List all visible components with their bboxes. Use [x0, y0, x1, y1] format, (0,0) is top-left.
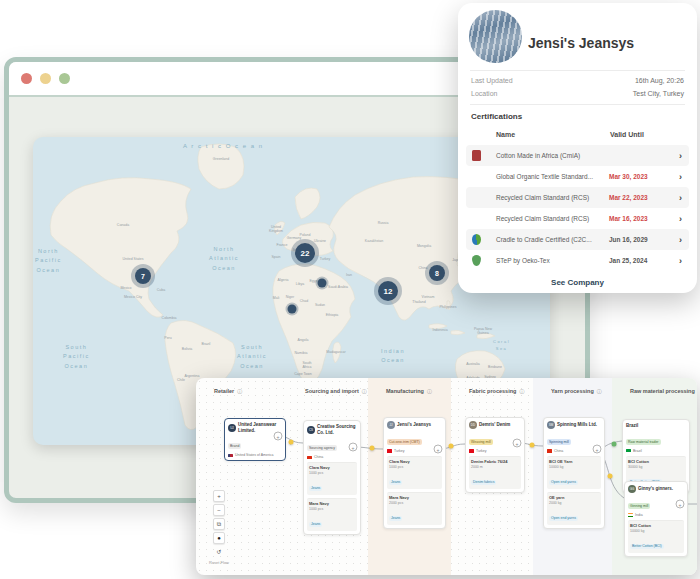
product-item[interactable]: Mara Navy 2000 pcs Jeans	[387, 492, 442, 525]
ocean-label: North Atlantic Ocean	[209, 245, 239, 273]
supplier-card[interactable]: SM Spinning Mills Ltd. Spinning mill Chi…	[543, 417, 605, 529]
supplier-role-badge: Sourcing agency	[307, 445, 337, 451]
supplier-card[interactable]: CS Creative Sourcing Co. Ltd. Sourcing a…	[303, 420, 361, 535]
product-item[interactable]: BCI OE Yarn 10000 kg Open end yarns	[547, 456, 601, 489]
product-title: BCI OE Yarn	[549, 459, 599, 464]
product-category-chip: Denim fabrics	[471, 480, 496, 485]
supplier-role-badge: Cut-sew-trim (CMT)	[387, 439, 422, 445]
country-label: Australia	[466, 362, 480, 366]
map-cluster-marker[interactable]: 22	[295, 243, 315, 263]
connection-node[interactable]: +	[513, 439, 522, 448]
certification-name: Global Organic Textile Standard...	[496, 173, 601, 180]
lock-button[interactable]: ●	[213, 532, 225, 544]
supplier-card[interactable]: GG Ginny's ginners. Ginning mill India B…	[624, 481, 688, 557]
connection-node[interactable]: +	[349, 443, 358, 452]
country-label: Iran	[346, 273, 352, 277]
certification-row[interactable]: STeP by Oeko-Tex Jan 25, 2024 ›	[466, 250, 689, 271]
country-label: Vietnam	[422, 295, 435, 299]
product-item[interactable]: Denim Fabric 76/24 2000 m Denim fabrics	[469, 456, 521, 489]
product-title: Clara Navy	[309, 465, 355, 470]
product-quantity: 10000 kg	[630, 529, 682, 533]
traffic-light-dot[interactable]	[21, 73, 32, 84]
product-item[interactable]: Clara Navy 1000 pcs Jeans	[387, 456, 442, 489]
supplier-card[interactable]: DD Demris' Denim Weaving mill Turkey Den…	[465, 417, 525, 493]
product-item[interactable]: Clara Navy 1000 pcs Jeans	[307, 462, 357, 495]
edge-status-dot[interactable]	[370, 446, 375, 451]
traffic-light-dot[interactable]	[40, 73, 51, 84]
supply-chain-flow-panel[interactable]: Retailerⓘ Sourcing and importⓘ Manufactu…	[196, 378, 697, 575]
supplier-role-badge: Spinning mill	[547, 439, 571, 445]
cert-col-name: Name	[496, 131, 515, 138]
location-value: Test City, Turkey	[633, 90, 684, 97]
connection-node[interactable]: +	[593, 445, 602, 454]
map-cluster-marker[interactable]: 8	[429, 265, 445, 281]
chevron-right-icon[interactable]: ›	[679, 193, 682, 203]
country-label: Papua New Guinea	[474, 327, 492, 335]
map-cluster-marker[interactable]: 7	[135, 268, 151, 284]
chevron-right-icon[interactable]: ›	[679, 151, 682, 161]
product-category-chip: Jeans	[309, 486, 322, 491]
product-title: BCI Cotton	[630, 523, 682, 528]
map-cluster-dot[interactable]	[288, 305, 297, 314]
certification-logo-icon	[472, 150, 481, 161]
certification-valid-until: Mar 22, 2023	[609, 194, 648, 201]
ocean-label: Coral Sea	[493, 339, 510, 353]
see-company-button[interactable]: See Company	[458, 278, 697, 287]
certification-row[interactable]: Global Organic Textile Standard... Mar 3…	[466, 166, 689, 187]
country-label: Poland	[300, 233, 311, 237]
reset-flow-button[interactable]: Reset Flow	[209, 560, 229, 565]
undo-icon[interactable]: ↺	[214, 546, 224, 556]
last-updated-value: 16th Aug, 20:26	[635, 77, 684, 84]
supplier-avatar: UJ	[228, 424, 236, 432]
product-quantity: 1000 pcs	[389, 465, 440, 469]
edge-status-dot[interactable]	[608, 474, 613, 479]
fit-view-button[interactable]: ⧉	[213, 518, 225, 530]
country-label: China	[418, 266, 427, 270]
divider	[470, 70, 685, 71]
supplier-country: United States of America	[235, 453, 274, 457]
certification-row[interactable]: Recycled Claim Standard (RCS) Mar 16, 20…	[466, 208, 689, 229]
edge-status-dot[interactable]	[289, 440, 294, 445]
product-item[interactable]: Mara Navy 1000 pcs Jeans	[307, 498, 357, 531]
country-label: Chad	[300, 299, 308, 303]
connection-node[interactable]: +	[676, 500, 685, 509]
certification-row[interactable]: Recycled Claim Standard (RCS) Mar 22, 20…	[466, 187, 689, 208]
supplier-name: Spinning Mills Ltd.	[557, 422, 597, 428]
connection-node[interactable]: +	[274, 432, 283, 441]
product-item[interactable]: OE yarn 2000 kg Open end yarns	[547, 492, 601, 525]
country-label: Peru	[164, 336, 171, 340]
product-title: Clara Navy	[389, 459, 440, 464]
ocean-label: Indian Ocean	[381, 347, 405, 366]
edge-status-dot[interactable]	[612, 442, 617, 447]
product-title: OE yarn	[549, 495, 599, 500]
chevron-right-icon[interactable]: ›	[679, 172, 682, 182]
map-cluster-marker[interactable]: 12	[378, 281, 398, 301]
country-label: Kazakhstan	[365, 239, 383, 243]
supplier-card[interactable]: JJ Jensi's Jeansys Cut-sew-trim (CMT) Tu…	[383, 417, 446, 529]
country-label: Sudan	[315, 303, 325, 307]
supplier-country: China	[554, 449, 563, 453]
chevron-right-icon[interactable]: ›	[679, 214, 682, 224]
flow-controls: + − ⧉ ● ↺ Reset Flow	[209, 490, 229, 565]
zoom-in-button[interactable]: +	[213, 490, 225, 502]
edge-status-dot[interactable]	[449, 444, 454, 449]
certification-row[interactable]: Cradle to Cradle Certified (C2C... Jun 1…	[466, 229, 689, 250]
supplier-role-badge: Brand	[228, 443, 241, 449]
product-quantity: 1000 pcs	[309, 507, 355, 511]
connection-node[interactable]: +	[434, 445, 443, 454]
edge-status-dot[interactable]	[530, 443, 535, 448]
supplier-role-badge: Raw material trader	[626, 439, 661, 445]
product-category-chip: Jeans	[309, 522, 322, 527]
traffic-light-dot[interactable]	[59, 73, 70, 84]
chevron-right-icon[interactable]: ›	[679, 256, 682, 266]
map-cluster-dot[interactable]	[318, 279, 327, 288]
certification-row[interactable]: Cotton Made in Africa (CmiA) ›	[466, 145, 689, 166]
product-item[interactable]: BCI Cotton 10000 kg Better Cotton (BCI)	[628, 520, 684, 553]
product-category-chip: Better Cotton (BCI)	[630, 544, 664, 549]
supplier-role-badge: Weaving mill	[469, 439, 493, 445]
chevron-right-icon[interactable]: ›	[679, 235, 682, 245]
product-quantity: 30000 kg	[628, 465, 684, 469]
zoom-out-button[interactable]: −	[213, 504, 225, 516]
product-category-chip: Jeans	[389, 480, 402, 485]
country-label: Madagascar	[326, 350, 345, 354]
